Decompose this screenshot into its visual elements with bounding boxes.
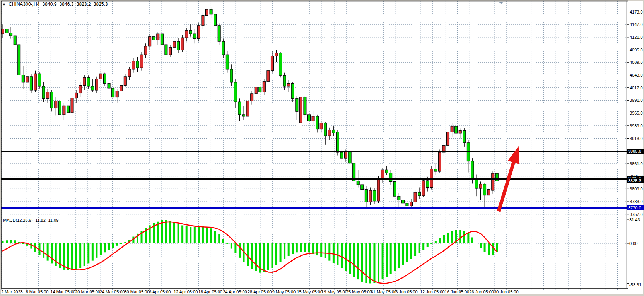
price-badge-3825.3: 3825.3 — [627, 178, 644, 183]
candle-body — [328, 130, 331, 136]
candle-body — [91, 86, 94, 90]
time-tick-label: 19 May 05:00 — [321, 289, 347, 294]
candle-body — [5, 29, 8, 33]
macd-scale-zero: 0.00 — [629, 241, 637, 246]
candle-body — [345, 151, 347, 158]
candle-body — [202, 16, 204, 26]
candle-body — [177, 41, 180, 50]
candle-body — [230, 69, 233, 82]
candle-body — [312, 116, 314, 121]
candle-body — [324, 123, 327, 136]
price-tick-label: 3757.0 — [630, 212, 643, 217]
chart-info-bar: ▼ CHINA300-,H4 3840.9 3846.3 3823.2 3825… — [2, 2, 109, 7]
candle-body — [83, 77, 86, 85]
candle-body — [434, 169, 437, 171]
candle-body — [377, 179, 380, 201]
candle-body — [222, 41, 225, 55]
time-tick-label: 2 Mar 2023 — [1, 289, 23, 294]
candle-body — [120, 85, 123, 91]
candle-body — [161, 34, 163, 45]
candle-body — [152, 37, 155, 40]
price-tick-label: 4017.0 — [630, 86, 643, 90]
time-tick-label: 30 Mar 05:00 — [125, 289, 150, 294]
candle-body — [340, 152, 343, 158]
time-tick-label: 6 Apr 05:00 — [149, 289, 171, 294]
candle-body — [149, 37, 151, 46]
candle-body — [373, 190, 376, 201]
candle-body — [210, 9, 212, 14]
candle-body — [79, 85, 82, 93]
candle-body — [140, 55, 143, 68]
candle-body — [495, 173, 498, 181]
candle-body — [246, 101, 249, 116]
time-tick-label: 31 May 05:00 — [371, 289, 397, 294]
candle-body — [291, 83, 294, 98]
candle-body — [46, 92, 49, 98]
ohlc-high: 3846.3 — [60, 2, 74, 7]
candle-body — [87, 77, 90, 86]
candle-body — [438, 152, 441, 171]
candle-body — [108, 83, 110, 88]
candle-body — [58, 101, 61, 115]
time-tick-label: 15 May 05:00 — [297, 289, 323, 294]
price-tick-label: 3965.0 — [630, 111, 643, 115]
candle-body — [348, 151, 351, 163]
candle-body — [332, 130, 335, 133]
price-badge-3885.6: 3885.6 — [627, 149, 644, 154]
candle-body — [406, 203, 408, 206]
candle-body — [463, 130, 466, 142]
candle-body — [255, 87, 257, 93]
candle-body — [479, 184, 482, 188]
candle-body — [116, 91, 118, 97]
candle-body — [243, 115, 245, 116]
candle-body — [267, 71, 270, 82]
time-tick-label: 28 Apr 05:00 — [248, 289, 272, 294]
chart-canvas[interactable] — [0, 0, 644, 296]
candle-body — [71, 98, 73, 113]
candle-body — [63, 106, 65, 115]
candle-body — [299, 97, 302, 123]
candle-body — [181, 38, 184, 50]
candle-body — [193, 34, 196, 39]
candle-body — [410, 202, 413, 206]
candle-body — [487, 190, 490, 195]
candle-body — [361, 185, 364, 190]
time-tick-label: 18 Apr 05:00 — [198, 289, 222, 294]
candle-body — [2, 29, 4, 34]
price-tick-label: 4043.0 — [630, 73, 643, 77]
candle-body — [447, 132, 449, 145]
time-tick-label: 16 Jun 05:00 — [445, 289, 470, 294]
candle-body — [287, 83, 290, 86]
candle-body — [393, 181, 396, 196]
ohlc-open: 3840.9 — [43, 2, 57, 7]
candle-body — [104, 74, 106, 83]
candle-body — [144, 46, 147, 55]
candle-body — [124, 77, 126, 86]
candle-body — [471, 161, 474, 179]
price-tick-label: 3783.0 — [630, 199, 643, 204]
candle-body — [418, 192, 421, 196]
time-tick-label: 24 Mar 05:00 — [100, 289, 125, 294]
time-tick-label: 12 Apr 05:00 — [174, 289, 198, 294]
price-badge-3770.0: 3770.0 — [627, 205, 644, 210]
candle-body — [197, 26, 200, 39]
candle-body — [414, 192, 417, 202]
candle-body — [455, 126, 458, 133]
price-tick-label: 3991.0 — [630, 98, 643, 103]
candle-body — [26, 77, 29, 82]
candle-body — [30, 77, 32, 90]
macd-scale-bottom: -53.31 — [629, 282, 641, 287]
candle-body — [234, 82, 237, 102]
candle-body — [304, 97, 306, 115]
time-tick-label: 12 Jun 05:00 — [420, 289, 445, 294]
candle-body — [22, 75, 24, 82]
candle-body — [42, 86, 45, 98]
candle-body — [389, 173, 392, 182]
collapse-triangle-icon[interactable]: ▼ — [2, 3, 6, 7]
candle-body — [128, 69, 131, 77]
candle-body — [369, 190, 372, 202]
symbol-period-label: CHINA300-,H4 — [9, 2, 39, 7]
candle-body — [283, 75, 286, 86]
candle-body — [336, 132, 339, 152]
mt4-chart-window: ▼ CHINA300-,H4 3840.9 3846.3 3823.2 3825… — [0, 0, 644, 296]
